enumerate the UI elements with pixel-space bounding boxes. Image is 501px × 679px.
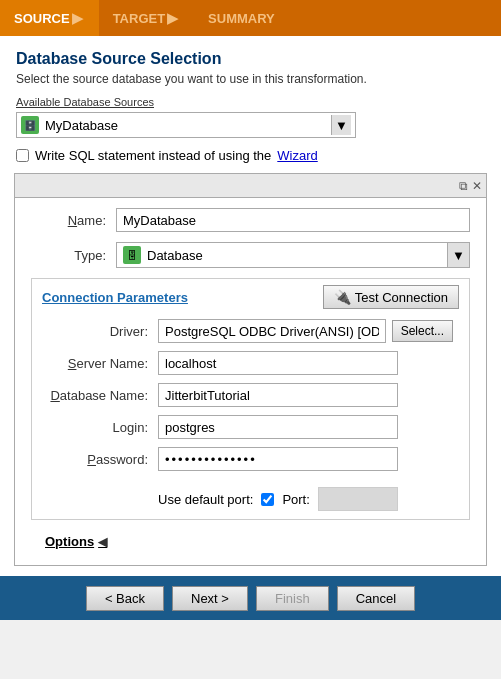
driver-select-button[interactable]: Select... xyxy=(392,320,453,342)
write-sql-label: Write SQL statement instead of using the xyxy=(35,148,271,163)
port-input[interactable] xyxy=(318,487,398,511)
step-target-label: TARGET xyxy=(113,11,165,26)
step-summary-label: SUMMARY xyxy=(208,11,275,26)
panel-icons: ⧉ ✕ xyxy=(459,179,482,193)
cancel-button[interactable]: Cancel xyxy=(337,586,415,611)
finish-button[interactable]: Finish xyxy=(256,586,329,611)
password-input[interactable] xyxy=(158,447,398,471)
close-icon[interactable]: ✕ xyxy=(472,179,482,193)
use-default-port-checkbox[interactable] xyxy=(261,493,274,506)
login-input[interactable] xyxy=(158,415,398,439)
conn-params-header: Connection Parameters 🔌 Test Connection xyxy=(32,279,469,315)
name-row: Name: xyxy=(31,208,470,232)
name-label: Name: xyxy=(31,213,116,228)
password-row: Password: xyxy=(48,447,453,471)
conn-params-panel: Connection Parameters 🔌 Test Connection … xyxy=(31,278,470,520)
db-source-row: MyDatabase ▼ xyxy=(16,112,485,138)
step-source-label: SOURCE xyxy=(14,11,70,26)
step-source[interactable]: SOURCE ▶ xyxy=(0,0,99,36)
db-source-dropdown[interactable]: MyDatabase ▼ xyxy=(16,112,356,138)
login-label: Login: xyxy=(48,420,158,435)
type-row: Type: 🗄 Database ▼ xyxy=(31,242,470,268)
back-button[interactable]: < Back xyxy=(86,586,164,611)
login-row: Login: xyxy=(48,415,453,439)
panel-header: ⧉ ✕ xyxy=(15,174,486,198)
main-content: Database Source Selection Select the sou… xyxy=(0,36,501,576)
step-summary[interactable]: SUMMARY xyxy=(194,0,289,36)
type-arrow[interactable]: ▼ xyxy=(447,243,469,267)
wizard-link[interactable]: Wizard xyxy=(277,148,317,163)
port-inner: Use default port: Port: xyxy=(158,487,398,511)
server-row: Server Name: xyxy=(48,351,453,375)
test-conn-label: Test Connection xyxy=(355,290,448,305)
step-source-arrow: ▶ xyxy=(72,10,83,26)
test-conn-icon: 🔌 xyxy=(334,289,351,305)
next-button[interactable]: Next > xyxy=(172,586,248,611)
step-target-arrow: ▶ xyxy=(167,10,178,26)
name-input[interactable] xyxy=(116,208,470,232)
driver-label: Driver: xyxy=(48,324,158,339)
page-subtitle: Select the source database you want to u… xyxy=(16,72,485,86)
port-label: Port: xyxy=(282,492,309,507)
db-source-arrow[interactable]: ▼ xyxy=(331,115,351,135)
db-source-icon xyxy=(21,116,39,134)
page-title: Database Source Selection xyxy=(16,50,485,68)
panel-body: Name: Type: 🗄 Database ▼ Connection Pa xyxy=(15,198,486,565)
options-arrow: ◀ xyxy=(98,535,107,549)
server-input[interactable] xyxy=(158,351,398,375)
db-source-value: MyDatabase xyxy=(45,118,331,133)
server-label: Server Name: xyxy=(48,356,158,371)
options-label: Options xyxy=(45,534,94,549)
type-label: Type: xyxy=(31,248,116,263)
password-label: Password: xyxy=(48,452,158,467)
conn-params-title: Connection Parameters xyxy=(42,290,188,305)
bottom-nav-bar: < Back Next > Finish Cancel xyxy=(0,576,501,620)
use-default-port-label: Use default port: xyxy=(158,492,253,507)
restore-icon[interactable]: ⧉ xyxy=(459,179,468,193)
db-source-label: Available Database Sources xyxy=(16,96,485,108)
test-connection-button[interactable]: 🔌 Test Connection xyxy=(323,285,459,309)
inner-panel: ⧉ ✕ Name: Type: 🗄 Database ▼ xyxy=(14,173,487,566)
driver-input-row: Select... xyxy=(158,319,453,343)
conn-fields: Driver: Select... Server Name: Database xyxy=(32,315,469,487)
step-target[interactable]: TARGET ▶ xyxy=(99,0,194,36)
type-icon: 🗄 xyxy=(123,246,141,264)
default-port-row: Use default port: Port: xyxy=(32,487,469,519)
write-sql-checkbox[interactable] xyxy=(16,149,29,162)
write-sql-row: Write SQL statement instead of using the… xyxy=(16,148,485,163)
wizard-header: SOURCE ▶ TARGET ▶ SUMMARY xyxy=(0,0,501,36)
database-name-input[interactable] xyxy=(158,383,398,407)
type-value: Database xyxy=(147,248,447,263)
db-name-row: Database Name: xyxy=(48,383,453,407)
options-row[interactable]: Options ◀ xyxy=(31,528,470,555)
type-dropdown[interactable]: 🗄 Database ▼ xyxy=(116,242,470,268)
driver-input[interactable] xyxy=(158,319,386,343)
db-name-label: Database Name: xyxy=(48,388,158,403)
driver-row: Driver: Select... xyxy=(48,319,453,343)
